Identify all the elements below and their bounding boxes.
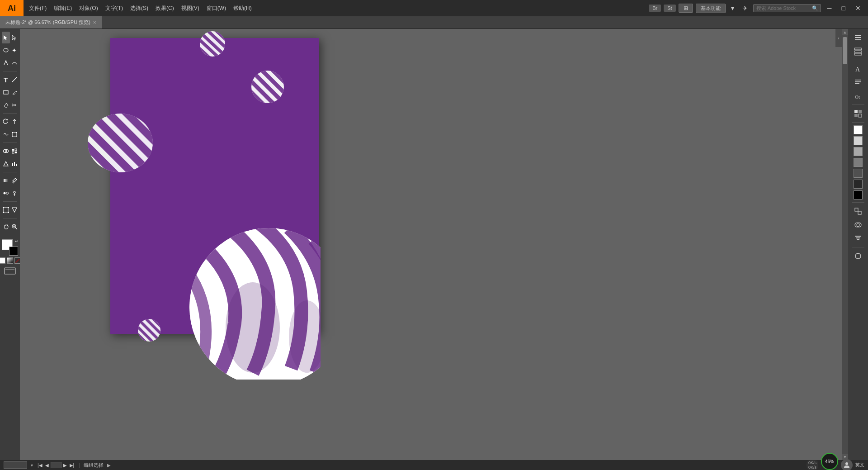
warp-tool[interactable] (2, 128, 10, 140)
svg-point-24 (14, 191, 15, 193)
language-switcher[interactable]: 英文 (855, 462, 864, 468)
pen-tools-row (2, 57, 19, 69)
shape-builder-row (2, 145, 19, 157)
no-color-btn[interactable] (14, 257, 20, 264)
color-swatch-dark-gray[interactable] (854, 169, 863, 178)
color-swatch-white[interactable] (854, 125, 863, 134)
live-paint-tool[interactable] (10, 145, 19, 157)
gradient-color-btn[interactable] (7, 257, 13, 264)
magic-wand-tool[interactable]: ✦ (10, 44, 19, 56)
workspace-btn[interactable]: 基本功能 (696, 4, 726, 13)
eyedropper-tool[interactable] (10, 175, 19, 186)
line-tool[interactable] (10, 74, 19, 85)
rect-tool[interactable] (2, 86, 10, 98)
libraries-btn[interactable]: ⊞ (679, 4, 693, 13)
next-page-btn[interactable]: ▶ (62, 463, 68, 468)
send-feedback-btn[interactable]: ✈ (740, 4, 750, 13)
menu-edit[interactable]: 编辑(E) (50, 0, 75, 16)
bridge-btn[interactable]: Br (649, 5, 661, 12)
symbol-sprayer-tool[interactable] (10, 187, 19, 199)
stock-btn[interactable]: St (664, 5, 675, 12)
minimize-btn[interactable]: ─ (824, 0, 835, 16)
chart-tool[interactable] (10, 158, 19, 170)
first-page-btn[interactable]: |◀ (37, 463, 43, 468)
page-number-input[interactable]: 1 (51, 462, 61, 468)
stack-btn[interactable] (4, 267, 16, 277)
svg-rect-37 (855, 35, 861, 36)
tab-bar: 未标题-2* @ 66.67% (RGB/GPU 预览) × (0, 16, 868, 29)
free-transform-tool[interactable] (10, 128, 19, 140)
zoom-tool[interactable] (10, 221, 19, 233)
right-panel: A Ot (848, 29, 868, 460)
blend-tool[interactable] (2, 187, 10, 199)
workspace-chevron[interactable]: ▾ (728, 4, 737, 13)
menu-effect[interactable]: 效果(C) (152, 0, 178, 16)
color-swatch-gray[interactable] (854, 158, 863, 167)
type-tool[interactable]: T (2, 74, 10, 85)
solid-color-btn[interactable] (0, 257, 5, 264)
libraries-panel-btn[interactable] (850, 108, 866, 119)
collapse-panel-btn[interactable]: ‹ (835, 29, 842, 47)
pen-tool[interactable] (2, 57, 10, 69)
selection-tool[interactable] (2, 32, 10, 43)
color-swatch-black[interactable] (854, 190, 863, 199)
shape-builder-tool[interactable] (2, 145, 10, 157)
svg-rect-48 (854, 110, 858, 113)
menu-file[interactable]: 文件(F) (25, 0, 50, 16)
tab-close-btn[interactable]: × (93, 19, 96, 26)
canvas-area[interactable] (20, 29, 842, 460)
svg-rect-50 (854, 114, 858, 117)
menu-view[interactable]: 视图(V) (178, 0, 203, 16)
hand-tool[interactable] (2, 221, 10, 233)
pencil-tool[interactable] (10, 86, 19, 98)
menu-window[interactable]: 窗口(W) (203, 0, 230, 16)
perspective-tool[interactable] (2, 158, 10, 170)
color-swatch[interactable]: ↩ (2, 239, 18, 256)
scroll-thumb[interactable] (843, 37, 847, 64)
menu-type[interactable]: 文字(T) (102, 0, 127, 16)
menu-object[interactable]: 对象(O) (75, 0, 101, 16)
scissors-tool[interactable]: ✂ (10, 99, 19, 111)
zoom-input[interactable]: 66.67% (4, 461, 27, 469)
stock-search-input[interactable] (753, 4, 821, 12)
menu-help[interactable]: 帮助(H) (230, 0, 255, 16)
scroll-up-btn[interactable]: ▲ (842, 29, 848, 35)
perspective-row (2, 158, 19, 170)
net-down-label: 0K/s (808, 465, 816, 470)
transform-panel-btn[interactable] (850, 205, 866, 217)
reflect-tool[interactable] (10, 116, 19, 128)
svg-rect-44 (855, 80, 861, 81)
slice-tool[interactable] (10, 204, 19, 216)
color-swatch-medium-gray[interactable] (854, 147, 863, 156)
color-swatch-light-gray[interactable] (854, 136, 863, 145)
rotate-tool[interactable] (2, 116, 10, 128)
group-select-chevron[interactable]: ▶ (107, 463, 111, 468)
zoom-chevron[interactable]: ▾ (31, 463, 33, 468)
artboard-tool[interactable] (2, 204, 10, 216)
lasso-tool[interactable] (2, 44, 10, 56)
maximize-btn[interactable]: □ (838, 0, 849, 16)
properties-panel-btn[interactable] (850, 32, 866, 43)
svg-text:A: A (855, 66, 860, 73)
character-panel-btn[interactable]: A (850, 63, 866, 75)
color-swatch-darker-gray[interactable] (854, 180, 863, 189)
active-tab[interactable]: 未标题-2* @ 66.67% (RGB/GPU 预览) × (0, 16, 102, 28)
vertical-scrollbar[interactable]: ▲ ▼ (842, 29, 848, 460)
pathfinder-panel-btn[interactable] (850, 219, 866, 231)
prev-page-btn[interactable]: ◀ (44, 463, 50, 468)
opentype-panel-btn[interactable]: Ot (850, 90, 866, 102)
default-colors-icon[interactable]: ↩ (15, 239, 18, 243)
close-btn[interactable]: ✕ (852, 0, 864, 16)
direct-selection-tool[interactable] (10, 32, 19, 43)
curvature-tool[interactable] (10, 57, 19, 69)
layers-panel-btn[interactable] (850, 45, 866, 57)
paragraph-panel-btn[interactable] (850, 76, 866, 88)
gradient-tool[interactable] (2, 175, 10, 186)
align-panel-btn[interactable] (850, 233, 866, 244)
user-avatar[interactable] (841, 459, 853, 470)
appearance-panel-btn[interactable] (850, 250, 866, 262)
last-page-btn[interactable]: ▶| (69, 463, 75, 468)
eraser-tool[interactable] (2, 99, 10, 111)
menu-select[interactable]: 选择(S) (127, 0, 152, 16)
background-color[interactable] (9, 247, 18, 256)
